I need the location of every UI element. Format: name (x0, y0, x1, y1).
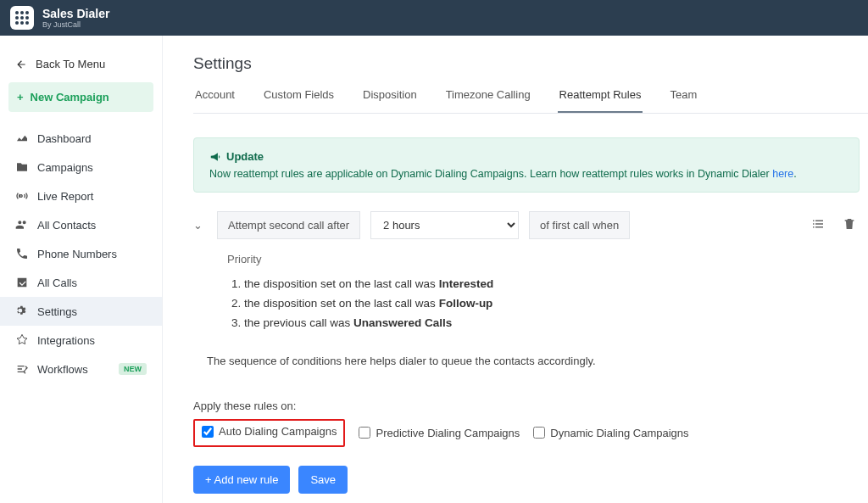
folder-icon (15, 160, 29, 174)
apply-block: Apply these rules on: Auto Dialing Campa… (193, 400, 868, 447)
sidebar-item-campaigns[interactable]: Campaigns (0, 153, 162, 182)
list-icon (810, 216, 826, 232)
gear-icon (15, 305, 29, 318)
hours-select[interactable]: 2 hours (370, 211, 519, 239)
page-title: Settings (193, 54, 868, 73)
plus-icon: + (17, 91, 24, 103)
priority-item: the disposition set on the last call was… (244, 293, 868, 313)
apply-label: Apply these rules on: (193, 400, 868, 412)
notice-title-text: Update (226, 150, 264, 163)
checkbox-auto-dialing[interactable]: Auto Dialing Campaigns (202, 425, 337, 438)
phone-icon (15, 247, 29, 260)
sidebar-item-all-contacts[interactable]: All Contacts (0, 210, 162, 239)
rule-row: ⌄ Attempt second call after 2 hours of f… (193, 211, 860, 239)
sidebar-item-label: Live Report (37, 190, 93, 203)
sidebar-item-label: Dashboard (37, 132, 92, 145)
main-content: Settings Account Custom Fields Dispositi… (163, 36, 868, 503)
checkbox-input[interactable] (202, 426, 214, 438)
new-campaign-button[interactable]: + New Campaign (8, 82, 153, 112)
brand-name: Sales Dialer (42, 8, 109, 20)
sidebar-item-live-report[interactable]: Live Report (0, 182, 162, 210)
chart-icon (15, 131, 29, 145)
checkbox-input[interactable] (359, 427, 370, 439)
rule-suffix: of first call when (529, 211, 630, 239)
tab-custom-fields[interactable]: Custom Fields (262, 88, 336, 113)
update-notice: Update Now reattempt rules are applicabl… (193, 137, 860, 193)
sidebar-item-label: Settings (37, 305, 77, 318)
tab-account[interactable]: Account (193, 88, 236, 113)
calls-icon (15, 276, 29, 289)
priority-block: Priority the disposition set on the last… (193, 253, 868, 333)
list-icon-button[interactable] (807, 213, 829, 238)
sidebar-item-integrations[interactable]: Integrations (0, 326, 162, 355)
brand-sub: By JustCall (42, 20, 109, 29)
settings-tabs: Account Custom Fields Disposition Timezo… (193, 88, 868, 114)
sidebar-item-dashboard[interactable]: Dashboard (0, 124, 162, 153)
tab-team[interactable]: Team (668, 88, 698, 113)
integrations-icon (15, 333, 29, 347)
sequence-note: The sequence of conditions here helps di… (193, 349, 868, 391)
checkbox-predictive-dialing[interactable]: Predictive Dialing Campaigns (359, 427, 520, 439)
broadcast-icon (15, 189, 29, 203)
tab-timezone-calling[interactable]: Timezone Calling (444, 88, 532, 113)
sidebar-item-phone-numbers[interactable]: Phone Numbers (0, 239, 162, 268)
back-to-menu[interactable]: Back To Menu (0, 49, 162, 82)
sidebar-item-settings[interactable]: Settings (0, 297, 162, 326)
priority-item: the previous call was Unanswered Calls (244, 313, 868, 333)
back-label: Back To Menu (36, 58, 105, 70)
trash-icon (843, 217, 856, 231)
sidebar-item-label: All Contacts (37, 219, 96, 232)
sidebar-item-label: Campaigns (37, 161, 93, 174)
save-button[interactable]: Save (298, 466, 348, 494)
notice-link[interactable]: here (772, 168, 793, 180)
tab-disposition[interactable]: Disposition (361, 88, 419, 113)
sidebar-item-all-calls[interactable]: All Calls (0, 268, 162, 297)
new-campaign-label: New Campaign (31, 91, 109, 103)
sidebar: Back To Menu + New Campaign Dashboard Ca… (0, 36, 163, 503)
checkbox-input[interactable] (533, 427, 545, 439)
delete-button[interactable] (839, 214, 860, 237)
notice-body-text: Now reattempt rules are applicable on Dy… (209, 168, 772, 180)
sidebar-item-workflows[interactable]: Workflows NEW (0, 355, 162, 383)
arrow-left-icon (15, 59, 27, 70)
priority-item: the disposition set on the last call was… (244, 274, 868, 293)
contacts-icon (15, 218, 29, 232)
checkbox-dynamic-dialing[interactable]: Dynamic Dialing Campaigns (533, 427, 688, 439)
priority-label: Priority (227, 253, 868, 265)
sidebar-item-label: Integrations (37, 334, 95, 347)
add-new-rule-button[interactable]: + Add new rule (193, 466, 290, 494)
sidebar-item-label: Phone Numbers (37, 248, 117, 260)
logo-icon (10, 6, 34, 30)
workflow-icon (15, 362, 29, 376)
sidebar-item-label: Workflows (37, 363, 88, 376)
sidebar-item-label: All Calls (37, 277, 77, 289)
megaphone-icon (209, 151, 221, 163)
new-badge: NEW (119, 363, 147, 375)
top-header: Sales Dialer By JustCall (0, 0, 868, 36)
rule-prefix: Attempt second call after (217, 211, 360, 239)
highlight-box: Auto Dialing Campaigns (193, 419, 345, 447)
chevron-down-icon[interactable]: ⌄ (193, 219, 207, 232)
tab-reattempt-rules[interactable]: Reattempt Rules (558, 88, 643, 113)
